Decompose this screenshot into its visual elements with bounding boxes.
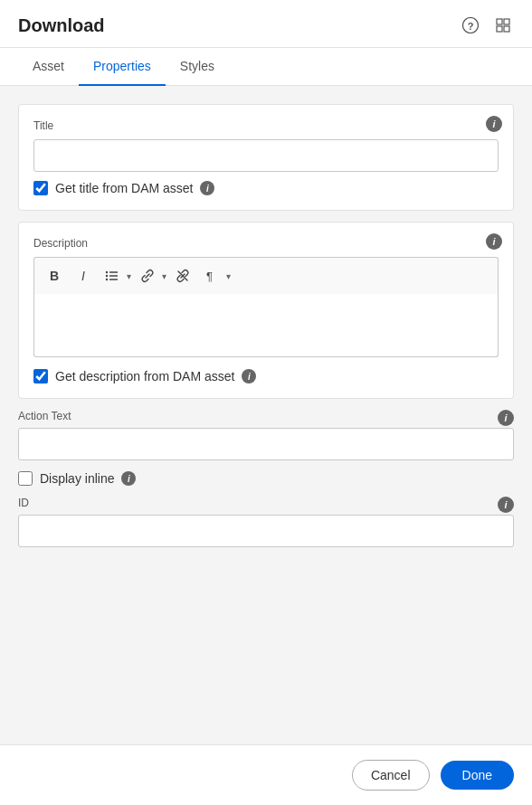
action-text-label: Action Text [18, 410, 514, 422]
toolbar-italic-button[interactable]: I [71, 263, 96, 289]
svg-point-11 [106, 279, 108, 280]
tab-styles[interactable]: Styles [166, 48, 229, 86]
fullscreen-icon [495, 17, 511, 33]
list-chevron-icon: ▾ [127, 271, 131, 281]
link-chevron-icon: ▾ [162, 271, 166, 281]
dialog-container: Download ? Asset Properties Styles [0, 0, 532, 805]
toolbar-link-group: ▾ [135, 263, 166, 289]
link-icon [140, 269, 155, 283]
dialog-body: i Title Get title from DAM asset i i Des… [0, 86, 532, 744]
dialog-title: Download [18, 15, 105, 36]
svg-point-10 [106, 275, 108, 277]
svg-rect-5 [504, 26, 509, 32]
unlink-icon [176, 269, 190, 283]
id-input[interactable] [18, 515, 514, 547]
toolbar-list-group: ▾ [100, 263, 131, 289]
svg-text:?: ? [468, 21, 474, 32]
display-inline-label: Display inline [40, 471, 114, 486]
svg-rect-3 [504, 19, 509, 24]
action-text-info-icon[interactable]: i [498, 410, 514, 426]
display-inline-checkbox[interactable] [18, 471, 33, 486]
description-textarea[interactable] [33, 294, 499, 357]
svg-rect-4 [497, 26, 502, 32]
fullscreen-icon-button[interactable] [492, 14, 514, 36]
svg-point-9 [106, 271, 108, 273]
action-text-section: i Action Text [18, 410, 514, 460]
cancel-button[interactable]: Cancel [352, 760, 430, 791]
title-info-icon[interactable]: i [486, 116, 502, 132]
title-input[interactable] [33, 139, 499, 172]
id-section: i ID [18, 497, 514, 547]
description-info-icon[interactable]: i [486, 233, 502, 250]
paragraph-chevron-icon: ▾ [226, 271, 231, 281]
display-inline-row: Display inline i [18, 471, 514, 486]
description-checkbox-row: Get description from DAM asset i [33, 369, 499, 384]
rich-text-toolbar: B I ▾ [33, 257, 499, 294]
description-dam-checkbox[interactable] [33, 369, 48, 384]
action-text-input[interactable] [18, 428, 514, 460]
title-checkbox-label: Get title from DAM asset [55, 181, 193, 195]
toolbar-paragraph-group: ¶ ▾ [199, 263, 231, 289]
toolbar-list-button[interactable] [100, 263, 125, 289]
done-button[interactable]: Done [441, 761, 514, 790]
header-icons: ? [460, 14, 514, 36]
help-icon: ? [462, 17, 479, 33]
display-inline-section: Display inline i [18, 471, 514, 486]
toolbar-unlink-button[interactable] [170, 263, 195, 289]
dialog-footer: Cancel Done [0, 744, 532, 805]
tab-properties[interactable]: Properties [79, 48, 166, 86]
tabs-bar: Asset Properties Styles [0, 48, 532, 86]
description-section: i Description B I [18, 222, 514, 399]
title-checkbox-row: Get title from DAM asset i [33, 181, 499, 195]
toolbar-bold-button[interactable]: B [42, 263, 67, 289]
description-checkbox-label: Get description from DAM asset [55, 369, 234, 384]
id-info-icon[interactable]: i [498, 497, 514, 513]
list-icon [105, 269, 119, 283]
title-checkbox-info-icon[interactable]: i [200, 181, 214, 195]
title-section: i Title Get title from DAM asset i [18, 104, 514, 211]
paragraph-icon: ¶ [204, 269, 219, 283]
description-label: Description [33, 237, 499, 250]
display-inline-info-icon[interactable]: i [121, 471, 136, 486]
dialog-header: Download ? [0, 0, 532, 48]
toolbar-link-button[interactable] [135, 263, 160, 289]
svg-text:¶: ¶ [206, 270, 213, 283]
title-label: Title [33, 119, 499, 132]
title-dam-checkbox[interactable] [33, 181, 48, 195]
toolbar-paragraph-button[interactable]: ¶ [199, 263, 224, 289]
tab-asset[interactable]: Asset [18, 48, 79, 86]
id-label: ID [18, 497, 514, 509]
svg-rect-2 [497, 19, 502, 24]
help-icon-button[interactable]: ? [460, 14, 481, 36]
description-checkbox-info-icon[interactable]: i [242, 369, 256, 384]
